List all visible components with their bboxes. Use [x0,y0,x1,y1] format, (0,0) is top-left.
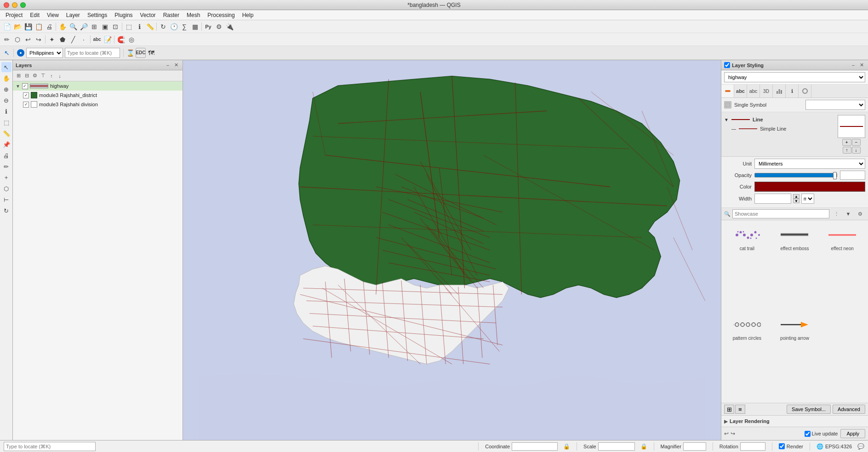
add-point-icon[interactable]: · [79,34,89,45]
add-feature-tool[interactable]: ＋ [1,172,11,183]
processing-icon[interactable]: ⚙ [214,22,224,32]
open-project-icon[interactable]: 📂 [12,22,23,32]
map-area[interactable] [183,60,721,440]
tab-symbology[interactable] [721,85,734,97]
measure-icon[interactable]: 📏 [145,22,155,32]
refresh-icon[interactable]: ↻ [158,22,168,32]
coordinate-input[interactable]: 88.139,24.765 [512,442,558,451]
zoom-layer-icon[interactable]: ⊡ [110,22,120,32]
width-increment-button[interactable]: ▲ [793,194,799,199]
render-type-selector[interactable] [805,100,865,110]
filter-layers-icon[interactable]: ⊤ [40,72,47,80]
zoom-extent-icon[interactable]: ⊞ [89,22,99,32]
menu-mesh[interactable]: Mesh [183,11,204,19]
unit-selector[interactable]: Millimeters [754,159,865,169]
coordinate-lock-icon[interactable]: 🔒 [563,443,570,450]
snap-icon[interactable]: 🧲 [116,34,126,45]
menu-view[interactable]: View [43,11,63,19]
select-tool[interactable]: ↖ [1,62,11,72]
symbol-tree-simple-line[interactable]: — Simple Line [724,124,836,133]
pan-map-tool[interactable]: ✋ [1,73,11,83]
layer-item-division[interactable]: ✓ module3 Rajshahi division [13,100,183,109]
qgis-icon[interactable]: 🗺 [146,48,156,58]
edit-pencil-icon[interactable]: ✏ [2,34,12,45]
opacity-slider-handle[interactable] [833,172,837,179]
layer-item-highway[interactable]: ▼ ✓ highway [13,81,183,91]
panel-close-icon[interactable]: ✕ [172,62,180,69]
symbol-remove-button[interactable]: − [852,139,861,146]
symbol-up-button[interactable]: ↑ [843,147,851,154]
advanced-button[interactable]: Advanced [833,405,865,414]
log-messages-icon[interactable]: 💬 [857,443,864,450]
print-layout-tool[interactable]: 🖨 [1,150,11,160]
crs-selector[interactable]: Philippines [26,48,63,58]
rotate-tool[interactable]: ↻ [1,206,11,216]
layer-checkbox-division[interactable]: ✓ [23,102,29,108]
save-symbol-button[interactable]: Save Symbol... [787,405,831,414]
styling-close-icon[interactable]: ✕ [858,62,865,69]
label-icon[interactable]: abc [92,34,102,45]
digitize-icon[interactable]: ✦ [47,34,57,45]
layer-selector[interactable]: highway [724,72,865,82]
layer-checkbox-district[interactable]: ✓ [23,92,29,98]
showcase-settings-icon[interactable]: ⚙ [855,209,865,219]
node-edit-tool[interactable]: ⬡ [1,183,11,194]
open-layer-props-icon[interactable]: ⚙ [31,72,39,80]
remove-layer-icon[interactable]: ⊟ [23,72,30,80]
edc-badge[interactable]: EDC [136,48,146,58]
layer-rendering-header[interactable]: ▶ Layer Rendering [724,418,865,425]
clock-icon[interactable]: 🕐 [169,22,179,32]
print-icon[interactable]: 🖨 [44,22,54,32]
layer-item-district[interactable]: ✓ module3 Rajshahi_district [13,91,183,100]
locate-input[interactable] [4,442,96,451]
zoom-out-tool[interactable]: ⊖ [1,95,11,105]
new-project-icon[interactable]: 📄 [2,22,12,32]
tab-rendering[interactable] [799,85,811,97]
add-polygon-icon[interactable]: ⬟ [57,34,68,45]
annotations-tool[interactable]: 📌 [1,139,11,149]
select-arrow-icon[interactable]: ↖ [2,48,12,58]
undo-icon[interactable]: ↩ [23,34,33,45]
measure-tool[interactable]: 📏 [1,128,11,138]
table-icon[interactable]: ▦ [190,22,200,32]
tab-diagrams[interactable] [773,85,786,97]
menu-edit[interactable]: Edit [26,11,43,19]
menu-help[interactable]: Help [239,11,257,19]
node-tool-icon[interactable]: ⬡ [12,34,23,45]
showcase-item-effect-neon[interactable]: effect neon [820,224,864,310]
epsg-item[interactable]: 🌐 EPSG:4326 [817,443,852,450]
identify-tool[interactable]: ℹ [1,106,11,116]
showcase-item-pattern-circles[interactable]: pattern circles [725,314,769,400]
list-view-button[interactable]: ⊞ [724,405,734,414]
identify-icon[interactable]: ℹ [134,22,144,32]
select-icon[interactable]: ⬚ [124,22,134,32]
color-swatch[interactable] [754,182,865,192]
render-checkbox[interactable] [779,443,785,449]
python-icon[interactable]: Py [203,22,213,32]
layer-checkbox-highway[interactable]: ✓ [22,83,28,89]
zoom-selection-icon[interactable]: ▣ [100,22,110,32]
opacity-slider[interactable] [754,173,837,177]
showcase-item-cat-trail[interactable]: cat trail [725,224,769,310]
locate-icon[interactable]: ● [17,49,24,57]
live-update-checkbox[interactable] [805,431,811,437]
redo-icon[interactable]: ↪ [34,34,44,45]
scale-input[interactable]: 1:473928 [598,442,635,451]
add-layer-icon[interactable]: ⊞ [15,72,22,80]
buffer-icon[interactable]: ◎ [126,34,137,45]
save-as-icon[interactable]: 📋 [34,22,44,32]
scale-lock-icon[interactable]: 🔒 [640,443,647,450]
tab-mask[interactable]: abc [747,85,760,97]
move-up-icon[interactable]: ↑ [48,72,55,80]
zoom-in-icon[interactable]: 🔍 [68,22,78,32]
maximize-button[interactable] [20,2,26,8]
apply-button[interactable]: Apply [840,429,865,438]
zoom-out-icon[interactable]: 🔎 [79,22,89,32]
search-input[interactable] [65,48,120,58]
digitize2-icon[interactable]: ⌛ [125,48,135,58]
add-line-icon[interactable]: ╱ [68,34,78,45]
menu-vector[interactable]: Vector [137,11,160,19]
menu-layer[interactable]: Layer [63,11,84,19]
menu-raster[interactable]: Raster [160,11,183,19]
stats-icon[interactable]: ∑ [179,22,189,32]
